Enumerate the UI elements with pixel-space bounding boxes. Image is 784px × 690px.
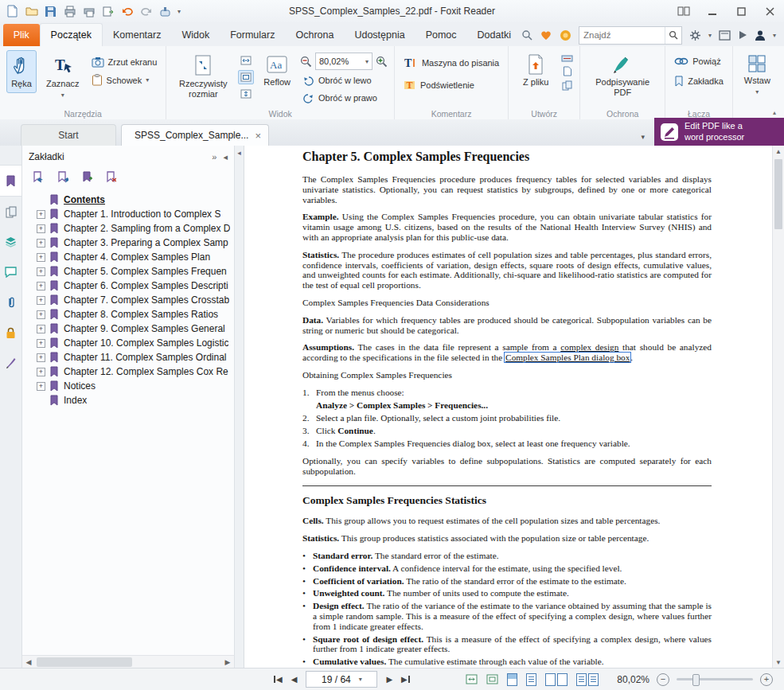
next-page-button[interactable]: ▶	[386, 675, 392, 684]
zoom-in-icon[interactable]	[376, 56, 388, 68]
bookmark-item-index[interactable]: Index	[22, 393, 234, 407]
sidebar-horizontal-scrollbar[interactable]: ◀ ▶	[22, 655, 235, 669]
user-icon[interactable]	[755, 29, 766, 41]
close-tab-icon[interactable]: ×	[255, 130, 261, 142]
zoom-out-button[interactable]: −	[657, 673, 669, 686]
bookmark-item-chapter-11[interactable]: + Chapter 11. Complex Samples Ordinal	[22, 350, 234, 364]
actual-size-button[interactable]: Rzeczywisty rozmiar	[173, 50, 233, 103]
fit-visible-button[interactable]	[238, 87, 254, 101]
tab-file[interactable]: Plik	[3, 24, 40, 46]
tab-view[interactable]: Widok	[171, 24, 220, 46]
gear-icon[interactable]	[689, 29, 701, 41]
bookmark-item-chapter-6[interactable]: + Chapter 6. Complex Samples Descripti	[22, 279, 234, 293]
bookmark-item-chapter-3[interactable]: + Chapter 3. Preparing a Complex Samp	[22, 236, 234, 250]
from-file-button[interactable]: Z pliku	[515, 50, 556, 92]
facing-view-icon[interactable]	[545, 673, 568, 686]
save-icon[interactable]	[44, 5, 57, 18]
reading-mode-icon[interactable]	[719, 30, 731, 41]
bookmark-item-chapter-10[interactable]: + Chapter 10. Complex Samples Logistic	[22, 336, 234, 350]
tab-protect[interactable]: Ochrona	[285, 24, 344, 46]
zoom-slider[interactable]	[677, 678, 753, 680]
print-icon[interactable]	[63, 5, 76, 18]
redo-icon[interactable]	[139, 5, 153, 18]
close-button[interactable]	[755, 1, 784, 22]
zoom-combobox[interactable]: 80,02% ▾	[315, 53, 372, 70]
scroll-left-icon[interactable]: ◀	[22, 658, 35, 666]
security-panel-button[interactable]	[0, 318, 21, 348]
bookmark-item-chapter-1[interactable]: + Chapter 1. Introduction to Complex S	[22, 207, 234, 221]
scrollbar-thumb[interactable]	[37, 657, 132, 667]
plan-dialog-link[interactable]: Complex Samples Plan dialog box	[505, 353, 630, 362]
tab-addons[interactable]: Dodatki	[467, 24, 521, 46]
zoom-out-icon[interactable]	[300, 56, 312, 68]
open-folder-icon[interactable]	[25, 5, 38, 18]
presentation-icon[interactable]	[738, 30, 747, 40]
scrollbar-thumb[interactable]	[774, 159, 782, 229]
zoom-in-button[interactable]: +	[760, 673, 773, 686]
panel-splitter[interactable]: ◂	[235, 146, 244, 669]
bookmark-item-chapter-8[interactable]: + Chapter 8. Complex Samples Ratios	[22, 307, 234, 322]
hide-panel-icon[interactable]: ◂	[223, 152, 228, 162]
expand-panel-icon[interactable]: »	[212, 152, 216, 162]
page-number-box[interactable]: 19 / 64 ▾	[306, 671, 377, 688]
edit-pdf-promo-banner[interactable]: Edit PDF like a word processor	[654, 118, 784, 146]
expander-icon[interactable]: +	[37, 325, 45, 333]
screenshot-button[interactable]: Zrzut ekranu	[89, 55, 160, 69]
signature-panel-button[interactable]	[0, 348, 21, 378]
tab-share[interactable]: Udostępnia	[344, 24, 415, 46]
bookmark-item-notices[interactable]: + Notices	[22, 379, 234, 393]
hand-mode-icon[interactable]	[158, 5, 172, 18]
layers-panel-button[interactable]	[0, 227, 21, 257]
tab-start[interactable]: Start	[21, 124, 116, 146]
minimize-button[interactable]	[698, 1, 727, 22]
insert-button[interactable]: Wstaw ▾	[739, 50, 775, 99]
continuous-facing-view-icon[interactable]	[576, 673, 599, 686]
add-bookmark-icon[interactable]	[82, 171, 92, 183]
scroll-down-icon[interactable]: ▼	[773, 657, 784, 669]
new-document-icon[interactable]	[6, 5, 19, 18]
first-page-button[interactable]: ◀	[273, 675, 283, 684]
bookmark-item-chapter-2[interactable]: + Chapter 2. Sampling from a Complex D	[22, 221, 234, 236]
expander-icon[interactable]: +	[37, 339, 45, 348]
link-button[interactable]: Powiąż	[672, 55, 726, 68]
tab-help[interactable]: Pomoc	[415, 24, 467, 46]
bookmark-item-chapter-4[interactable]: + Chapter 4. Complex Samples Plan	[22, 250, 234, 264]
switch-layout-icon[interactable]	[669, 1, 698, 22]
highlight-button[interactable]: T Podświetlenie	[401, 77, 501, 92]
rotate-right-button[interactable]: Obróć w prawo	[300, 91, 388, 105]
badge-icon[interactable]	[560, 29, 571, 41]
fit-page-icon[interactable]	[486, 673, 498, 685]
tab-comment[interactable]: Komentarz	[103, 24, 171, 46]
reflow-button[interactable]: Aa Reflow	[259, 50, 295, 92]
bookmark-button[interactable]: Zakładka	[672, 74, 726, 88]
scroll-up-icon[interactable]: ▲	[773, 146, 784, 158]
undo-icon[interactable]	[120, 5, 134, 18]
blank-page-icon[interactable]	[561, 66, 573, 76]
expander-icon[interactable]: +	[37, 368, 45, 376]
previous-page-button[interactable]: ◀	[291, 675, 298, 684]
gear-caret-icon[interactable]: ▾	[708, 32, 712, 39]
clipboard-button[interactable]: Schowek ▾	[89, 72, 160, 88]
zoom-slider-knob[interactable]	[692, 674, 700, 686]
print-preview-icon[interactable]	[82, 5, 96, 18]
expander-icon[interactable]: +	[37, 224, 45, 233]
document-vertical-scrollbar[interactable]: ▲ ▼	[772, 146, 784, 669]
customize-qat-caret-icon[interactable]: ▾	[177, 8, 181, 15]
fit-width-button[interactable]	[238, 53, 254, 68]
continuous-view-icon[interactable]	[526, 673, 536, 686]
scroll-right-icon[interactable]: ▶	[221, 658, 234, 666]
bookmark-item-chapter-9[interactable]: + Chapter 9. Complex Samples General	[22, 322, 234, 336]
find-input[interactable]	[579, 30, 665, 40]
hand-tool-button[interactable]: Ręka	[6, 50, 37, 93]
expander-icon[interactable]: +	[37, 353, 45, 362]
combine-icon[interactable]	[561, 80, 573, 91]
select-tool-button[interactable]: T Zaznacz ▾	[41, 50, 84, 103]
single-page-view-icon[interactable]	[507, 673, 517, 686]
collapse-bookmark-icon[interactable]	[57, 171, 68, 183]
rotate-left-button[interactable]: Obróć w lewo	[300, 73, 388, 88]
user-caret-icon[interactable]: ▾	[773, 32, 776, 39]
expander-icon[interactable]: +	[37, 239, 45, 248]
maximize-button[interactable]	[727, 1, 755, 22]
search-icon[interactable]	[521, 29, 532, 41]
expander-icon[interactable]: +	[37, 296, 45, 305]
